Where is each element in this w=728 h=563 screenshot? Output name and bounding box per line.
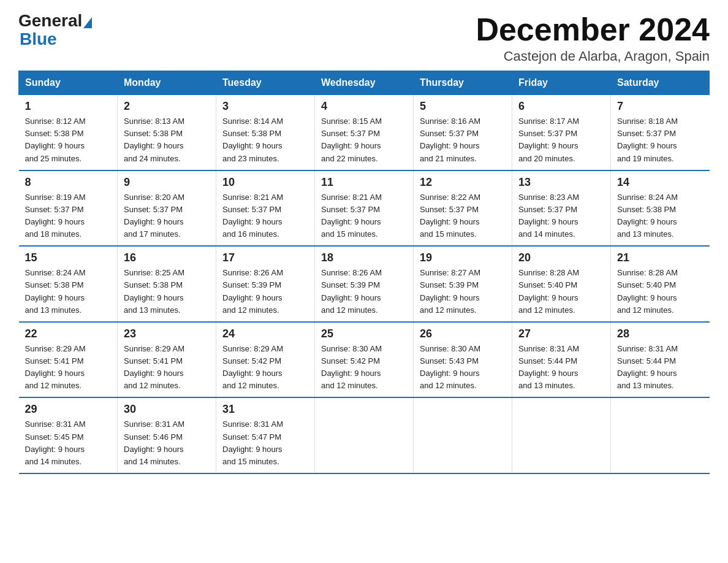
day-info: Sunrise: 8:31 AM Sunset: 5:47 PM Dayligh… xyxy=(222,418,308,468)
day-info: Sunrise: 8:22 AM Sunset: 5:37 PM Dayligh… xyxy=(420,191,506,241)
day-info: Sunrise: 8:21 AM Sunset: 5:37 PM Dayligh… xyxy=(321,191,407,241)
day-number: 11 xyxy=(321,176,407,189)
day-info: Sunrise: 8:28 AM Sunset: 5:40 PM Dayligh… xyxy=(617,267,703,316)
day-number: 30 xyxy=(124,403,210,416)
day-info: Sunrise: 8:19 AM Sunset: 5:37 PM Dayligh… xyxy=(25,191,112,241)
day-number: 16 xyxy=(124,251,210,264)
calendar-cell xyxy=(611,397,710,473)
day-number: 19 xyxy=(420,251,506,264)
calendar-cell: 26 Sunrise: 8:30 AM Sunset: 5:43 PM Dayl… xyxy=(414,322,512,398)
day-info: Sunrise: 8:20 AM Sunset: 5:37 PM Dayligh… xyxy=(124,191,210,241)
day-number: 18 xyxy=(321,251,407,264)
day-info: Sunrise: 8:26 AM Sunset: 5:39 PM Dayligh… xyxy=(222,267,308,316)
day-info: Sunrise: 8:31 AM Sunset: 5:44 PM Dayligh… xyxy=(617,343,703,393)
day-number: 20 xyxy=(518,251,604,264)
calendar-cell: 16 Sunrise: 8:25 AM Sunset: 5:38 PM Dayl… xyxy=(118,246,216,322)
day-number: 22 xyxy=(25,327,112,340)
day-number: 4 xyxy=(321,100,407,113)
day-info: Sunrise: 8:28 AM Sunset: 5:40 PM Dayligh… xyxy=(518,267,604,316)
day-number: 8 xyxy=(25,176,112,189)
day-info: Sunrise: 8:30 AM Sunset: 5:42 PM Dayligh… xyxy=(321,343,407,393)
logo: General xyxy=(18,12,92,29)
calendar-cell: 7 Sunrise: 8:18 AM Sunset: 5:37 PM Dayli… xyxy=(611,95,710,170)
day-info: Sunrise: 8:12 AM Sunset: 5:38 PM Dayligh… xyxy=(25,115,112,165)
calendar-cell: 11 Sunrise: 8:21 AM Sunset: 5:37 PM Dayl… xyxy=(315,170,414,247)
day-number: 27 xyxy=(518,327,604,340)
calendar-cell: 29 Sunrise: 8:31 AM Sunset: 5:45 PM Dayl… xyxy=(19,397,118,473)
calendar-cell xyxy=(512,397,611,473)
calendar-cell: 23 Sunrise: 8:29 AM Sunset: 5:41 PM Dayl… xyxy=(118,322,216,398)
calendar-cell: 21 Sunrise: 8:28 AM Sunset: 5:40 PM Dayl… xyxy=(611,246,710,322)
weekday-header-sunday: Sunday xyxy=(19,71,118,95)
calendar-cell: 10 Sunrise: 8:21 AM Sunset: 5:37 PM Dayl… xyxy=(216,170,315,247)
calendar-cell: 17 Sunrise: 8:26 AM Sunset: 5:39 PM Dayl… xyxy=(216,246,315,322)
day-number: 1 xyxy=(25,100,112,113)
weekday-header-row: SundayMondayTuesdayWednesdayThursdayFrid… xyxy=(19,71,710,95)
day-info: Sunrise: 8:26 AM Sunset: 5:39 PM Dayligh… xyxy=(321,267,407,316)
calendar-cell: 28 Sunrise: 8:31 AM Sunset: 5:44 PM Dayl… xyxy=(611,322,710,398)
calendar-cell: 4 Sunrise: 8:15 AM Sunset: 5:37 PM Dayli… xyxy=(315,95,414,170)
calendar-cell: 20 Sunrise: 8:28 AM Sunset: 5:40 PM Dayl… xyxy=(512,246,611,322)
weekday-header-friday: Friday xyxy=(512,71,611,95)
calendar-cell: 13 Sunrise: 8:23 AM Sunset: 5:37 PM Dayl… xyxy=(512,170,611,247)
day-info: Sunrise: 8:15 AM Sunset: 5:37 PM Dayligh… xyxy=(321,115,407,165)
month-title: December 2024 xyxy=(476,12,710,47)
calendar-cell: 27 Sunrise: 8:31 AM Sunset: 5:44 PM Dayl… xyxy=(512,322,611,398)
calendar-table: SundayMondayTuesdayWednesdayThursdayFrid… xyxy=(18,71,710,474)
day-number: 25 xyxy=(321,327,407,340)
day-number: 13 xyxy=(518,176,604,189)
weekday-header-thursday: Thursday xyxy=(414,71,512,95)
weekday-header-tuesday: Tuesday xyxy=(216,71,315,95)
weekday-header-monday: Monday xyxy=(118,71,216,95)
location-title: Castejon de Alarba, Aragon, Spain xyxy=(476,48,710,64)
calendar-cell: 9 Sunrise: 8:20 AM Sunset: 5:37 PM Dayli… xyxy=(118,170,216,247)
calendar-cell: 18 Sunrise: 8:26 AM Sunset: 5:39 PM Dayl… xyxy=(315,246,414,322)
day-info: Sunrise: 8:16 AM Sunset: 5:37 PM Dayligh… xyxy=(420,115,506,165)
calendar-week-row: 8 Sunrise: 8:19 AM Sunset: 5:37 PM Dayli… xyxy=(19,170,710,247)
calendar-cell: 24 Sunrise: 8:29 AM Sunset: 5:42 PM Dayl… xyxy=(216,322,315,398)
day-info: Sunrise: 8:23 AM Sunset: 5:37 PM Dayligh… xyxy=(518,191,604,241)
calendar-week-row: 15 Sunrise: 8:24 AM Sunset: 5:38 PM Dayl… xyxy=(19,246,710,322)
day-number: 9 xyxy=(124,176,210,189)
day-info: Sunrise: 8:31 AM Sunset: 5:45 PM Dayligh… xyxy=(25,418,112,468)
weekday-header-saturday: Saturday xyxy=(611,71,710,95)
day-number: 29 xyxy=(25,403,112,416)
calendar-cell xyxy=(414,397,512,473)
calendar-cell: 6 Sunrise: 8:17 AM Sunset: 5:37 PM Dayli… xyxy=(512,95,611,170)
day-number: 7 xyxy=(617,100,703,113)
weekday-header-wednesday: Wednesday xyxy=(315,71,414,95)
day-number: 28 xyxy=(617,327,703,340)
day-number: 12 xyxy=(420,176,506,189)
calendar-cell: 14 Sunrise: 8:24 AM Sunset: 5:38 PM Dayl… xyxy=(611,170,710,247)
calendar-week-row: 1 Sunrise: 8:12 AM Sunset: 5:38 PM Dayli… xyxy=(19,95,710,170)
day-number: 5 xyxy=(420,100,506,113)
day-info: Sunrise: 8:31 AM Sunset: 5:44 PM Dayligh… xyxy=(518,343,604,393)
calendar-cell: 5 Sunrise: 8:16 AM Sunset: 5:37 PM Dayli… xyxy=(414,95,512,170)
day-number: 26 xyxy=(420,327,506,340)
day-info: Sunrise: 8:30 AM Sunset: 5:43 PM Dayligh… xyxy=(420,343,506,393)
day-number: 3 xyxy=(222,100,308,113)
day-number: 24 xyxy=(222,327,308,340)
calendar-cell: 22 Sunrise: 8:29 AM Sunset: 5:41 PM Dayl… xyxy=(19,322,118,398)
calendar-week-row: 29 Sunrise: 8:31 AM Sunset: 5:45 PM Dayl… xyxy=(19,397,710,473)
logo-general-text: General xyxy=(18,12,82,29)
day-info: Sunrise: 8:29 AM Sunset: 5:41 PM Dayligh… xyxy=(124,343,210,393)
calendar-week-row: 22 Sunrise: 8:29 AM Sunset: 5:41 PM Dayl… xyxy=(19,322,710,398)
day-info: Sunrise: 8:17 AM Sunset: 5:37 PM Dayligh… xyxy=(518,115,604,165)
day-info: Sunrise: 8:25 AM Sunset: 5:38 PM Dayligh… xyxy=(124,267,210,316)
day-info: Sunrise: 8:27 AM Sunset: 5:39 PM Dayligh… xyxy=(420,267,506,316)
day-info: Sunrise: 8:24 AM Sunset: 5:38 PM Dayligh… xyxy=(25,267,112,316)
calendar-cell xyxy=(315,397,414,473)
day-info: Sunrise: 8:18 AM Sunset: 5:37 PM Dayligh… xyxy=(617,115,703,165)
day-number: 6 xyxy=(518,100,604,113)
day-info: Sunrise: 8:29 AM Sunset: 5:41 PM Dayligh… xyxy=(25,343,112,393)
calendar-cell: 25 Sunrise: 8:30 AM Sunset: 5:42 PM Dayl… xyxy=(315,322,414,398)
day-number: 2 xyxy=(124,100,210,113)
calendar-cell: 8 Sunrise: 8:19 AM Sunset: 5:37 PM Dayli… xyxy=(19,170,118,247)
logo-blue-text: Blue xyxy=(20,29,57,49)
calendar-cell: 19 Sunrise: 8:27 AM Sunset: 5:39 PM Dayl… xyxy=(414,246,512,322)
logo-triangle-icon xyxy=(83,17,92,28)
page-header: General Blue December 2024 Castejon de A… xyxy=(18,12,710,64)
calendar-cell: 31 Sunrise: 8:31 AM Sunset: 5:47 PM Dayl… xyxy=(216,397,315,473)
day-number: 23 xyxy=(124,327,210,340)
